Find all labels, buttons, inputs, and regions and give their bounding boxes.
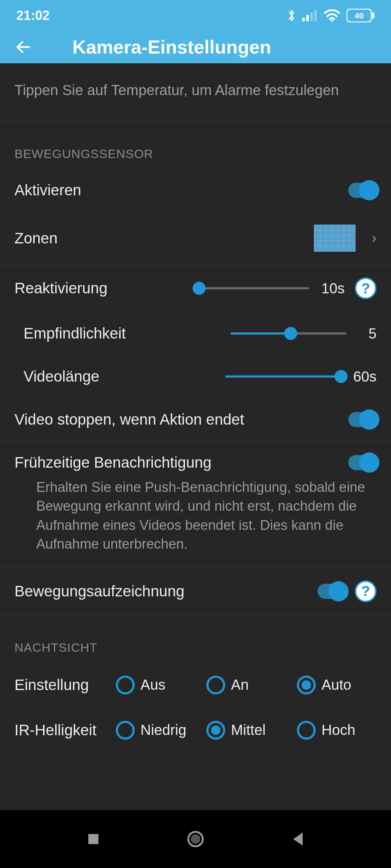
stop-video-label: Video stoppen, wenn Aktion endet	[14, 411, 244, 428]
motion-recording-help-button[interactable]: ?	[355, 580, 377, 602]
stop-video-toggle[interactable]	[348, 412, 377, 427]
row-stop-video[interactable]: Video stoppen, wenn Aktion endet	[0, 398, 391, 441]
radio-label-hoch: Hoch	[321, 722, 355, 738]
ir-brightness-label: IR-Helligkeit	[14, 722, 116, 739]
radio-icon[interactable]	[297, 676, 316, 694]
radio-option-niedrig[interactable]: Niedrig	[116, 721, 196, 740]
svg-rect-6	[372, 13, 374, 18]
radio-icon[interactable]	[206, 676, 225, 694]
radio-label-an: An	[231, 677, 249, 693]
radio-label-mittel: Mittel	[231, 722, 266, 738]
status-icons: 40	[287, 8, 375, 23]
reactivation-label: Reaktivierung	[14, 280, 108, 297]
row-videolength: Videolänge 60s	[0, 355, 391, 398]
motion-recording-label: Bewegungsaufzeichnung	[14, 583, 184, 600]
radio-option-an[interactable]: An	[206, 676, 286, 694]
radio-icon[interactable]	[206, 721, 225, 740]
sensitivity-slider[interactable]	[231, 332, 346, 335]
videolength-slider[interactable]	[225, 375, 341, 378]
radio-icon[interactable]	[116, 676, 135, 694]
svg-point-4	[331, 20, 333, 22]
row-ir-brightness: IR-Helligkeit Niedrig Mittel Hoch	[0, 708, 391, 753]
nav-back-icon[interactable]	[290, 831, 305, 847]
app-bar: Kamera-Einstellungen	[0, 31, 391, 63]
signal-icon	[302, 10, 318, 21]
row-nightvision-setting: Einstellung Aus An Auto	[0, 663, 391, 708]
row-zones[interactable]: Zonen ›	[0, 212, 391, 265]
radio-option-aus[interactable]: Aus	[116, 676, 196, 694]
wifi-icon	[324, 9, 340, 22]
early-notification-description: Erhalten Sie eine Push-Benachrichtigung,…	[0, 478, 391, 568]
early-notification-label: Frühzeitige Benachrichtigung	[14, 454, 211, 471]
nav-recent-icon[interactable]	[86, 832, 101, 846]
temperature-hint[interactable]: Tippen Sie auf Temperatur, um Alarme fes…	[0, 63, 391, 122]
early-notification-toggle[interactable]	[348, 455, 377, 470]
status-time: 21:02	[16, 8, 50, 23]
svg-rect-0	[302, 18, 305, 21]
videolength-label: Videolänge	[24, 368, 99, 385]
activate-toggle[interactable]	[348, 183, 377, 198]
motion-recording-toggle[interactable]	[318, 584, 346, 599]
page-title: Kamera-Einstellungen	[72, 36, 271, 58]
zones-label: Zonen	[14, 230, 58, 247]
zones-grid-icon	[314, 225, 356, 252]
radio-option-mittel[interactable]: Mittel	[206, 721, 286, 740]
reactivation-slider[interactable]	[193, 287, 309, 289]
battery-icon: 40	[346, 9, 375, 22]
settings-content: Tippen Sie auf Temperatur, um Alarme fes…	[0, 63, 391, 810]
svg-rect-2	[310, 12, 313, 21]
row-reactivation: Reaktivierung 10s ?	[0, 265, 391, 312]
sensitivity-label: Empfindlichkeit	[24, 325, 126, 342]
radio-option-hoch[interactable]: Hoch	[297, 721, 377, 740]
row-sensitivity: Empfindlichkeit 5	[0, 312, 391, 355]
svg-rect-8	[88, 834, 98, 844]
row-motion-recording[interactable]: Bewegungsaufzeichnung ?	[0, 568, 391, 615]
nav-home-icon[interactable]	[186, 830, 205, 848]
back-icon[interactable]	[14, 38, 33, 56]
svg-text:40: 40	[355, 11, 363, 20]
row-early-notification[interactable]: Frühzeitige Benachrichtigung	[0, 441, 391, 478]
chevron-right-icon: ›	[372, 230, 377, 246]
svg-point-10	[191, 834, 200, 844]
radio-label-auto: Auto	[321, 677, 351, 693]
section-header-motion: BEWEGUNGSSENSOR	[0, 122, 391, 169]
row-activate[interactable]: Aktivieren	[0, 169, 391, 212]
nightvision-setting-label: Einstellung	[14, 676, 116, 694]
reactivation-help-button[interactable]: ?	[355, 277, 377, 299]
reactivation-value: 10s	[319, 280, 345, 297]
radio-icon[interactable]	[297, 721, 316, 740]
bluetooth-icon	[287, 8, 296, 23]
radio-icon[interactable]	[116, 721, 135, 740]
status-bar: 21:02 40	[0, 0, 391, 31]
svg-rect-3	[314, 10, 317, 21]
radio-option-auto[interactable]: Auto	[297, 676, 377, 694]
section-header-nightvision: NACHTSICHT	[0, 615, 391, 663]
videolength-value: 60s	[351, 369, 377, 385]
sensitivity-value: 5	[357, 326, 377, 342]
radio-label-niedrig: Niedrig	[140, 722, 186, 738]
radio-label-aus: Aus	[140, 677, 165, 693]
svg-rect-1	[306, 15, 309, 21]
activate-label: Aktivieren	[14, 182, 81, 199]
system-nav-bar	[0, 810, 391, 868]
